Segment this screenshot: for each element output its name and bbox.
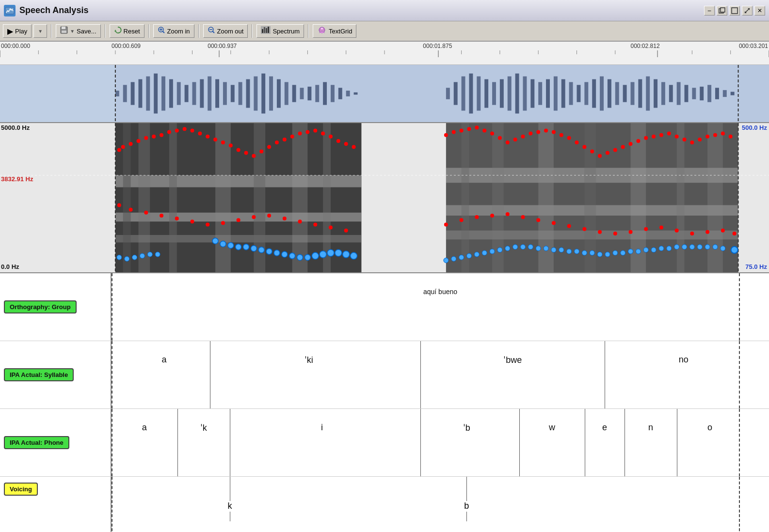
textgrid-icon [317, 26, 327, 36]
svg-point-173 [313, 128, 317, 132]
svg-point-260 [220, 241, 226, 247]
svg-point-313 [713, 245, 718, 250]
svg-point-284 [490, 249, 495, 254]
svg-point-246 [644, 227, 648, 231]
phone-w: w [549, 422, 555, 433]
voicing-badge: Voicing [4, 483, 38, 496]
voicing-char-b: b [464, 501, 469, 511]
save-button[interactable]: ▼ Save... [56, 24, 100, 38]
svg-point-215 [721, 132, 725, 136]
svg-rect-84 [469, 74, 473, 114]
minimize-button[interactable]: – [704, 6, 715, 16]
svg-rect-20 [264, 27, 265, 33]
svg-rect-81 [446, 88, 450, 99]
zoom-out-button[interactable]: Zoom out [203, 24, 248, 38]
svg-rect-64 [231, 85, 235, 102]
spectrogram-svg [0, 123, 769, 272]
svg-point-292 [551, 248, 556, 252]
svg-point-157 [191, 128, 194, 132]
svg-point-286 [505, 246, 510, 251]
svg-point-147 [117, 148, 121, 152]
play-button[interactable]: ▶ Play [3, 24, 32, 38]
separator-3 [148, 24, 149, 38]
svg-point-272 [312, 252, 319, 259]
svg-point-293 [559, 248, 564, 252]
svg-point-229 [298, 219, 302, 223]
svg-rect-3 [732, 8, 737, 14]
svg-rect-63 [223, 82, 227, 105]
time-label-937: 000:00.937 [208, 43, 237, 49]
resize-button[interactable] [742, 6, 753, 16]
svg-rect-8 [62, 27, 65, 29]
svg-point-296 [582, 250, 587, 255]
maximize-button[interactable] [729, 6, 740, 16]
tg-content-ipa-syllable[interactable]: a ˈki ˈbwe no [112, 341, 769, 408]
zoom-in-button[interactable]: Zoom in [153, 24, 194, 38]
svg-point-301 [621, 250, 625, 255]
svg-rect-70 [277, 79, 281, 108]
svg-point-242 [582, 227, 586, 231]
svg-point-258 [155, 252, 160, 257]
svg-point-203 [629, 142, 633, 146]
time-label-0: 000:00.000 [1, 43, 30, 49]
svg-rect-101 [600, 77, 604, 111]
svg-point-150 [136, 139, 140, 143]
textgrid-button[interactable]: TextGrid [313, 24, 356, 38]
svg-point-158 [198, 132, 202, 136]
window-controls: – ✕ [704, 6, 765, 16]
time-label-2812: 000:02.812 [631, 43, 660, 49]
svg-point-204 [636, 139, 640, 143]
tg-content-orthography[interactable]: aquí bueno [112, 273, 769, 341]
separator-6 [308, 24, 309, 38]
svg-point-273 [320, 251, 326, 258]
svg-point-244 [613, 232, 617, 235]
svg-point-314 [721, 246, 725, 251]
reset-icon [114, 26, 122, 36]
svg-rect-129 [215, 123, 231, 272]
svg-point-210 [683, 138, 687, 141]
svg-rect-108 [654, 79, 657, 108]
phone-a: a [142, 422, 147, 433]
svg-point-193 [552, 130, 556, 134]
svg-point-289 [528, 245, 533, 250]
play-dropdown-button[interactable]: ▼ [33, 24, 47, 38]
svg-rect-137 [462, 123, 469, 272]
syl-div-1 [210, 341, 210, 408]
svg-point-307 [667, 246, 672, 251]
svg-rect-140 [584, 123, 596, 272]
svg-rect-89 [508, 77, 512, 111]
svg-rect-56 [169, 79, 173, 108]
svg-point-218 [129, 208, 133, 212]
svg-point-161 [221, 141, 225, 144]
voicing-tick-b [466, 477, 467, 501]
svg-point-240 [552, 221, 556, 225]
svg-rect-102 [608, 79, 611, 108]
svg-point-185 [490, 132, 494, 136]
svg-point-211 [690, 141, 694, 144]
waveform-area[interactable] [0, 65, 769, 123]
play-label: Play [15, 28, 27, 35]
svg-point-254 [125, 256, 129, 261]
svg-point-264 [251, 246, 256, 251]
spectrogram-area[interactable]: 5000.0 Hz 500.0 Hz 0.0 Hz 75.0 Hz 3832.9… [0, 123, 769, 273]
svg-point-253 [117, 255, 122, 260]
tg-content-ipa-phone[interactable]: a ˈk i ˈb w e n o [112, 409, 769, 476]
reset-button[interactable]: Reset [110, 24, 144, 38]
close-button[interactable]: ✕ [754, 6, 765, 16]
svg-point-219 [144, 211, 148, 215]
spectrum-button[interactable]: Spectrum [256, 24, 304, 38]
svg-point-280 [459, 255, 464, 260]
freq-bottom-right: 75.0 Hz [745, 263, 767, 270]
svg-rect-80 [354, 93, 358, 95]
tg-dashed-right-orth [739, 273, 740, 341]
freq-bottom-left: 0.0 Hz [1, 263, 19, 270]
restore-button[interactable] [717, 6, 727, 16]
svg-point-154 [167, 130, 171, 134]
tg-content-voicing[interactable]: k b [112, 477, 769, 532]
svg-rect-50 [123, 85, 127, 102]
svg-rect-73 [300, 88, 304, 99]
svg-rect-105 [631, 82, 635, 105]
svg-point-269 [289, 253, 295, 259]
svg-point-228 [283, 217, 287, 220]
svg-rect-9 [62, 31, 66, 33]
